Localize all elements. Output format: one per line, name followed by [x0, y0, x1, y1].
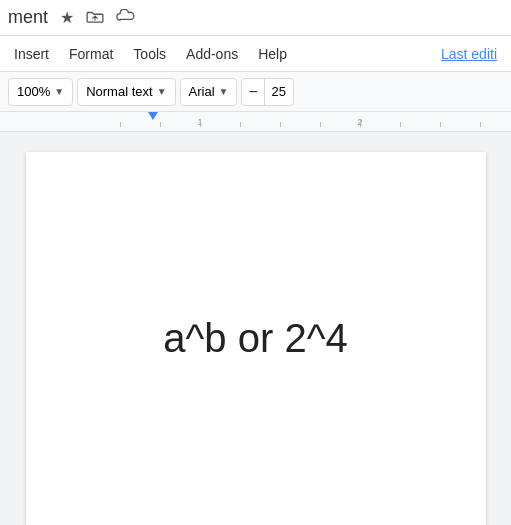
ruler-tick	[440, 122, 441, 127]
title-bar: ment ★	[0, 0, 511, 36]
document-area: a^b or 2^4	[0, 132, 511, 525]
menu-insert[interactable]: Insert	[4, 42, 59, 66]
cloud-icon	[116, 9, 136, 27]
ruler-tick	[480, 122, 481, 127]
folder-button[interactable]	[80, 5, 110, 31]
ruler-tick	[280, 122, 281, 127]
menu-addons[interactable]: Add-ons	[176, 42, 248, 66]
ruler-tick	[320, 122, 321, 127]
font-dropdown-arrow: ▼	[219, 86, 229, 97]
document-page[interactable]: a^b or 2^4	[26, 152, 486, 525]
menu-format[interactable]: Format	[59, 42, 123, 66]
font-value: Arial	[189, 84, 215, 99]
cloud-button[interactable]	[110, 5, 142, 31]
font-size-decrease-button[interactable]: −	[242, 79, 264, 105]
folder-icon	[86, 9, 104, 27]
style-dropdown-arrow: ▼	[157, 86, 167, 97]
menu-help[interactable]: Help	[248, 42, 297, 66]
ruler-tab-marker[interactable]	[148, 112, 158, 120]
star-icon: ★	[60, 8, 74, 27]
app-menu-bar: Insert Format Tools Add-ons Help Last ed…	[0, 36, 511, 72]
ruler-tick	[400, 122, 401, 127]
ruler-tick	[360, 119, 361, 127]
style-select[interactable]: Normal text ▼	[77, 78, 175, 106]
menu-tools[interactable]: Tools	[123, 42, 176, 66]
ruler-tick	[120, 122, 121, 127]
font-select[interactable]: Arial ▼	[180, 78, 238, 106]
doc-title-partial: ment	[8, 7, 48, 28]
ruler-tick	[240, 122, 241, 127]
zoom-select[interactable]: 100% ▼	[8, 78, 73, 106]
style-value: Normal text	[86, 84, 152, 99]
ruler-tick	[160, 122, 161, 127]
ruler-canvas: 1 2	[0, 112, 511, 129]
star-button[interactable]: ★	[54, 4, 80, 31]
zoom-value: 100%	[17, 84, 50, 99]
ruler: 1 2	[0, 112, 511, 132]
ruler-tick	[200, 119, 201, 127]
last-edit-link[interactable]: Last editi	[431, 42, 507, 66]
font-size-value[interactable]: 25	[265, 84, 293, 99]
toolbar: 100% ▼ Normal text ▼ Arial ▼ − 25	[0, 72, 511, 112]
font-size-control: − 25	[241, 78, 293, 106]
zoom-dropdown-arrow: ▼	[54, 86, 64, 97]
document-text: a^b or 2^4	[163, 316, 347, 361]
